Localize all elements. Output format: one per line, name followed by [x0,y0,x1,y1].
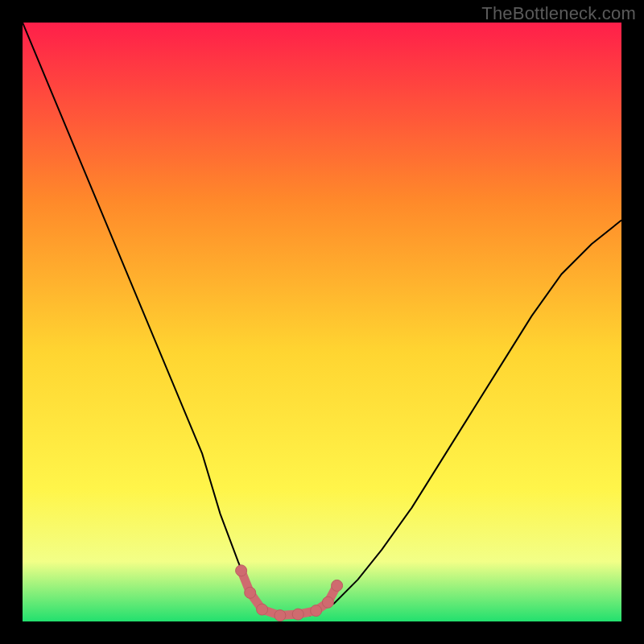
chart-svg [23,23,621,621]
gradient-background [23,23,621,621]
marker-dot [275,610,286,621]
marker-dot [257,604,268,615]
marker-dot [245,587,256,598]
marker-dot [292,609,303,620]
watermark-text: TheBottleneck.com [481,3,636,24]
marker-dot [311,605,322,617]
marker-dot [236,565,247,576]
marker-dot [332,580,343,591]
plot-area [23,23,621,621]
marker-dot [322,597,333,608]
chart-frame: TheBottleneck.com [0,0,644,644]
